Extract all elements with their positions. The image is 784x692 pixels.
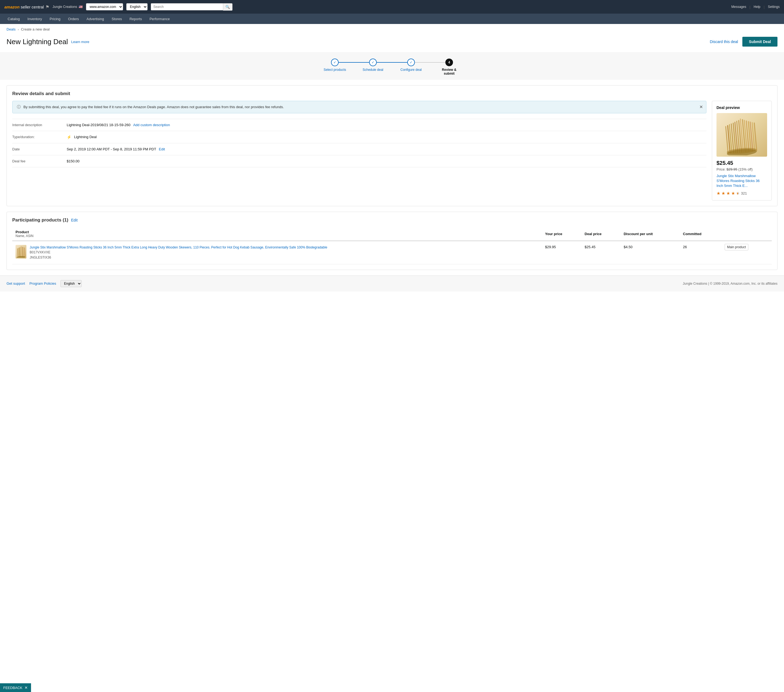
search-button[interactable]: 🔍	[223, 3, 232, 11]
original-price-struck: $29.95	[726, 167, 738, 171]
star-3: ★	[726, 191, 730, 196]
product-thumb-svg	[16, 246, 26, 258]
detail-label-fee: Deal fee	[12, 159, 67, 163]
nav-advertising[interactable]: Advertising	[83, 13, 107, 24]
detail-row-description: Internal description Lightning Deal-2019…	[12, 119, 707, 131]
header: amazon seller central ⚑ Jungle Creations…	[0, 0, 784, 13]
table-row: Jungle Stix Marshmallow S'Mores Roasting…	[12, 241, 772, 264]
info-icon: ⓘ	[17, 105, 21, 109]
footer: Get support Program Policies English Jun…	[0, 276, 784, 292]
product-image-svg	[723, 114, 761, 155]
header-nav-links: Messages | Help | Settings	[731, 5, 780, 9]
cell-committed: 26	[680, 241, 721, 264]
step-2-circle: ✓	[369, 59, 377, 66]
type-value: Lightning Deal	[74, 135, 97, 139]
nav-catalog[interactable]: Catalog	[4, 13, 23, 24]
step-4-label: Review & submit	[442, 68, 456, 76]
add-custom-description-link[interactable]: Add custom description	[133, 123, 170, 127]
step-2-label: Schedule deal	[362, 68, 383, 72]
review-with-preview: ⓘ By submitting this deal, you agree to …	[12, 101, 772, 200]
breadcrumb: Deals › Create a new deal	[0, 24, 784, 35]
products-table-body: Jungle Stix Marshmallow S'Mores Roasting…	[12, 241, 772, 264]
detail-value-date: Sep 2, 2019 12:00 AM PDT - Sep 8, 2019 1…	[67, 147, 165, 151]
domain-select[interactable]: www.amazon.com	[86, 3, 123, 10]
step-2-connector	[377, 62, 392, 63]
nav-stores[interactable]: Stores	[108, 13, 125, 24]
breadcrumb-separator: ›	[18, 28, 19, 31]
search-input[interactable]	[151, 3, 223, 10]
product-info: Jungle Stix Marshmallow S'Mores Roasting…	[30, 245, 327, 260]
page-title-left: New Lightning Deal Learn more	[7, 38, 89, 46]
review-count: 321	[741, 191, 747, 195]
flag-icon: ⚑	[46, 4, 49, 10]
detail-row-date: Date Sep 2, 2019 12:00 AM PDT - Sep 8, 2…	[12, 143, 707, 155]
learn-more-link[interactable]: Learn more	[71, 40, 89, 44]
nav-pricing[interactable]: Pricing	[46, 13, 64, 24]
svg-rect-24	[17, 248, 18, 257]
nav-reports[interactable]: Reports	[126, 13, 145, 24]
edit-date-link[interactable]: Edit	[159, 147, 165, 151]
detail-value-fee: $150.00	[67, 159, 79, 163]
products-table: Product Name, ASIN Your price Deal price…	[12, 227, 772, 264]
svg-rect-19	[21, 246, 22, 257]
products-section: Participating products (1) Edit Product …	[7, 212, 777, 270]
detail-rows: Internal description Lightning Deal-2019…	[12, 119, 707, 167]
language-select[interactable]: English	[126, 3, 148, 10]
col-product-sub: Name, ASIN	[15, 234, 539, 238]
svg-rect-25	[24, 248, 25, 257]
product-asin: B017VXKVXE	[30, 250, 50, 254]
products-edit-link[interactable]: Edit	[71, 218, 77, 222]
product-name-link[interactable]: Jungle Stix Marshmallow S'Mores Roasting…	[30, 245, 327, 250]
cell-discount: $4.50	[620, 241, 680, 264]
logo: amazon seller central ⚑	[4, 4, 49, 10]
star-1: ★	[716, 191, 720, 196]
domain-selector[interactable]: www.amazon.com	[86, 3, 123, 10]
breadcrumb-deals-link[interactable]: Deals	[7, 27, 15, 31]
detail-label-type: Type/duration:	[12, 135, 67, 139]
info-banner-close[interactable]: ✕	[699, 104, 703, 109]
footer-right: Jungle Creations | © 1999-2019, Amazon.c…	[683, 282, 777, 286]
step-4-circle: 4	[445, 59, 453, 66]
messages-link[interactable]: Messages	[731, 5, 746, 9]
step-1-line: ✓	[316, 59, 354, 66]
language-selector[interactable]: English	[126, 3, 148, 10]
fee-value: $150.00	[67, 159, 79, 163]
star-5-half: ★ ★	[736, 191, 740, 196]
footer-language-selector[interactable]: English	[61, 280, 82, 287]
review-main: ⓘ By submitting this deal, you agree to …	[12, 101, 707, 200]
product-thumbnail	[15, 245, 26, 259]
col-committed: Committed	[680, 227, 721, 241]
star-2: ★	[721, 191, 725, 196]
step-3: ✓ Configure deal	[392, 59, 430, 72]
help-link[interactable]: Help	[754, 5, 761, 9]
page-title-area: New Lightning Deal Learn more Discard th…	[0, 35, 784, 52]
nav-orders[interactable]: Orders	[65, 13, 82, 24]
discount-value: 15% off	[740, 167, 752, 171]
deal-product-name-link[interactable]: Jungle Stix Marshmallow S'Mores Roasting…	[716, 173, 767, 188]
step-2: ✓ Schedule deal	[354, 59, 392, 72]
nav-performance[interactable]: Performance	[146, 13, 173, 24]
footer-language-select[interactable]: English	[61, 280, 82, 287]
page-title: New Lightning Deal	[7, 38, 68, 46]
step-2-line: ✓	[354, 59, 392, 66]
star-4: ★	[731, 191, 735, 196]
detail-row-fee: Deal fee $150.00	[12, 155, 707, 167]
get-support-link[interactable]: Get support	[7, 281, 25, 286]
discard-button[interactable]: Discard this deal	[710, 40, 738, 44]
program-policies-link[interactable]: Program Policies	[30, 281, 56, 286]
step-1-connector	[339, 62, 354, 63]
products-table-header: Product Name, ASIN Your price Deal price…	[12, 227, 772, 241]
col-discount: Discount per unit	[620, 227, 680, 241]
detail-value-type: ⚡ Lightning Deal	[67, 135, 97, 139]
step-3-label: Configure deal	[400, 68, 422, 72]
detail-label-description: Internal description	[12, 123, 67, 127]
footer-seller: Jungle Creations	[683, 282, 707, 286]
step-3-connector	[415, 62, 430, 63]
cell-your-price: $29.95	[542, 241, 581, 264]
footer-copyright-text: © 1999-2019, Amazon.com, Inc. or its aff…	[710, 282, 777, 286]
step-4: 4 Review & submit	[430, 59, 468, 76]
settings-link[interactable]: Settings	[768, 5, 780, 9]
nav-inventory[interactable]: Inventory	[24, 13, 45, 24]
star-rating: ★ ★ ★ ★ ★ ★ 321	[716, 191, 767, 196]
submit-deal-button[interactable]: Submit Deal	[742, 37, 777, 46]
